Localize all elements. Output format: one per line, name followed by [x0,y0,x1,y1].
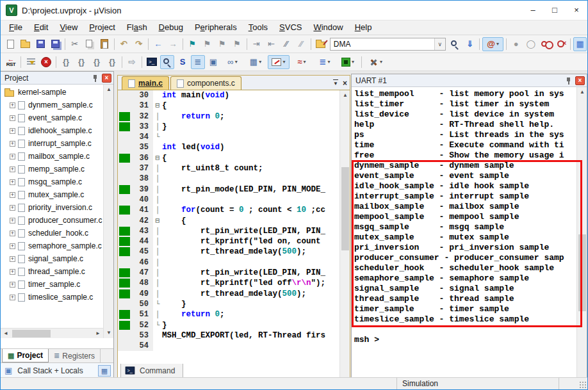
new-file-button[interactable] [4,37,17,51]
expand-icon[interactable] [10,282,15,288]
chevron-down-icon[interactable]: ∨ [434,38,445,50]
tree-item-idlehook_sample-c[interactable]: idlehook_sample.c [1,124,103,137]
copy-button[interactable] [83,37,96,51]
tree-item-msgq_sample-c[interactable]: msgq_sample.c [1,175,103,188]
scroll-up-arrow[interactable] [577,87,587,97]
tree-item-producer_consumer-c[interactable]: producer_consumer.c [1,214,103,227]
menu-view[interactable]: View [54,20,83,35]
project-tree-vscrollbar[interactable] [103,85,113,338]
tree-item-event_sample-c[interactable]: event_sample.c [1,111,103,124]
navigate-forward-button[interactable]: → [166,37,179,51]
expand-icon[interactable] [10,167,15,172]
expand-icon[interactable] [10,192,15,198]
project-close-icon[interactable] [102,74,111,83]
find-in-files-button[interactable] [448,37,462,51]
editor-vscrollbar[interactable] [339,90,350,390]
menu-debug[interactable]: Debug [153,20,189,35]
expand-icon[interactable] [10,154,15,159]
menu-edit[interactable]: Edit [28,20,54,35]
flash-options-button[interactable] [314,37,327,51]
find-text-button[interactable]: @▾ [482,37,503,51]
insert-bookmark-button[interactable]: ⚑ [186,37,199,51]
toolbox-button[interactable]: ▾ [364,55,386,69]
pin-icon[interactable] [92,74,98,82]
run-button[interactable] [24,55,38,69]
menu-help[interactable]: Help [349,20,378,35]
disable-all-breakpoints-button[interactable] [539,37,553,51]
menu-file[interactable]: File [3,20,28,35]
menu-svcs[interactable]: SVCS [274,20,307,35]
maximize-button[interactable]: □ [544,1,566,19]
editor-tab-main-c[interactable]: main.c [122,76,169,90]
expand-icon[interactable] [10,269,15,275]
memory-window-button[interactable]: ▦▾ [245,55,266,69]
fold-toggle-icon[interactable]: ⊟ [153,216,162,226]
uart-close-icon[interactable] [575,76,585,85]
tree-item-dynmem_sample-c[interactable]: dynmem_sample.c [1,99,103,111]
menu-tools[interactable]: Tools [243,20,274,35]
menu-project[interactable]: Project [83,20,120,35]
expand-icon[interactable] [10,243,15,249]
resize-grip[interactable] [578,380,587,389]
expand-icon[interactable] [10,115,15,121]
find-button[interactable]: ⇓ [463,37,477,51]
comment-button[interactable]: ⁄⁄ [279,37,293,51]
scroll-thumb[interactable] [341,167,349,250]
menu-window[interactable]: Window [307,20,348,35]
scroll-up-arrow[interactable] [104,85,114,95]
scroll-left-arrow[interactable] [1,329,11,339]
expand-icon[interactable] [10,205,15,211]
scroll-thumb[interactable] [12,330,51,337]
tree-item-timeslice_sample-c[interactable]: timeslice_sample.c [1,291,103,304]
call-stack-window-button[interactable]: ▣ [206,55,220,69]
indent-button[interactable]: ⇥ [250,37,263,51]
stop-button[interactable] [39,55,53,69]
expand-icon[interactable] [10,295,15,300]
step-button[interactable]: {} [59,55,73,69]
target-select[interactable]: DMA∨ [330,38,446,51]
call-stack-bar[interactable]: ▣ Call Stack + Locals [1,362,113,378]
project-tree-hscrollbar[interactable] [1,328,103,338]
scroll-right-arrow[interactable] [93,329,103,339]
step-over-button[interactable]: {} [74,55,88,69]
tree-item-timer_sample-c[interactable]: timer_sample.c [1,278,103,291]
navigate-back-button[interactable]: ← [151,37,165,51]
tree-item-priority_inversion-c[interactable]: priority_inversion.c [1,201,103,214]
step-out-button[interactable]: {} [90,55,104,69]
tree-item-mailbox_sample-c[interactable]: mailbox_sample.c [1,150,103,163]
serial-window-button[interactable]: ▾ [268,55,290,69]
redo-button[interactable]: ↷ [132,37,145,51]
kill-all-breakpoints-button[interactable] [554,37,568,51]
close-button[interactable]: × [566,1,587,19]
code-area[interactable]: 30int main(void)31⊟{32│ return 0;33│}34└… [118,90,339,390]
tree-item-signal_sample-c[interactable]: signal_sample.c [1,252,103,265]
expand-icon[interactable] [10,256,15,262]
run-to-cursor-button[interactable]: {} [105,55,119,69]
reset-button[interactable]: RST [4,55,18,69]
expand-icon[interactable] [10,141,15,147]
watch-window-button[interactable]: ∞▾ [222,55,243,69]
expand-icon[interactable] [10,128,15,134]
toggle-breakpoint-button[interactable]: ◯ [524,37,537,51]
manage-layout-button[interactable]: ▦ [573,37,587,51]
tab-list-icon[interactable] [333,79,338,86]
tab-registers[interactable]: ≣Registers [49,349,101,362]
expand-icon[interactable] [10,231,15,236]
pin-icon[interactable] [566,77,571,85]
fold-toggle-icon[interactable]: ⊟ [153,101,162,111]
save-all-button[interactable] [49,37,62,51]
expand-icon[interactable] [10,218,15,223]
previous-bookmark-button[interactable]: ⚑ [200,37,214,51]
cut-button[interactable]: ✂ [68,37,81,51]
scroll-up-arrow[interactable] [340,90,350,101]
editor-close-icon[interactable] [343,79,347,88]
tree-root[interactable]: kernel-sample [1,86,103,99]
expand-icon[interactable] [10,102,15,108]
clear-bookmarks-button[interactable]: ⚑ [230,37,243,51]
insert-breakpoint-button[interactable]: ● [509,37,523,51]
tree-item-mutex_sample-c[interactable]: mutex_sample.c [1,188,103,201]
menu-peripherals[interactable]: Peripherals [189,20,243,35]
expand-icon[interactable] [10,179,15,185]
trace-window-button[interactable]: ≣▾ [314,55,336,69]
memory-grid-icon[interactable] [98,365,111,377]
